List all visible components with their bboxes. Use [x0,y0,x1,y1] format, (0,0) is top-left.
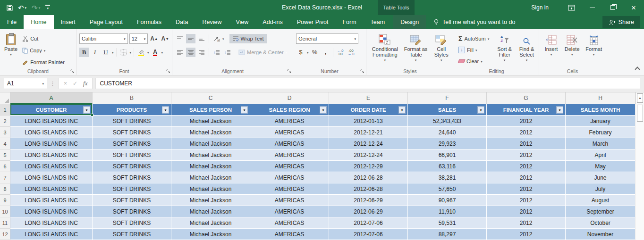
scrollbar-thumb[interactable] [637,105,643,122]
cell-E12[interactable]: 2012-07-06 [329,229,408,240]
sort-filter-button[interactable]: AZ Sort & Filter ▾ [494,32,515,67]
font-dialog-launcher[interactable] [166,69,170,74]
cell-G4[interactable]: 2012 [487,138,566,149]
clipboard-dialog-launcher[interactable] [70,69,75,74]
row-header-3[interactable]: 3 [0,127,10,138]
cell-G7[interactable]: 2012 [487,172,566,183]
cell-E10[interactable]: 2012-06-29 [329,206,408,217]
cell-C2[interactable]: Michael Jackson [171,116,250,127]
table-header-cell-F1[interactable]: SALES▾ [408,104,487,116]
cell-C4[interactable]: Michael Jackson [171,138,250,149]
font-name-combobox[interactable]: Calibri▾ [79,33,128,44]
paste-button[interactable]: Paste ▾ [3,32,19,67]
cell-G11[interactable]: 2012 [487,217,566,229]
align-left-button[interactable] [175,48,185,57]
clear-button[interactable]: Clear ▾ [457,56,491,66]
filter-button[interactable]: ▾ [320,106,327,113]
table-header-cell-E1[interactable]: ORDER DATE▾ [329,104,408,116]
conditional-formatting-button[interactable]: ≠ Conditional Formatting ▾ [369,32,401,67]
filter-button[interactable]: ▾ [162,106,169,113]
cell-F10[interactable]: 11,910 [408,206,487,217]
tab-power-pivot[interactable]: Power Pivot [290,15,336,29]
vertical-scrollbar[interactable]: ▲ [636,92,644,240]
cell-B11[interactable]: SOFT DRINKS [93,217,171,229]
cell-A4[interactable]: LONG ISLANDS INC [10,138,93,149]
cell-C6[interactable]: Michael Jackson [171,161,250,172]
wrap-text-button[interactable]: Wrap Text [229,34,267,43]
cell-D8[interactable]: AMERICAS [250,183,329,195]
cell-B9[interactable]: SOFT DRINKS [93,195,171,206]
cell-E4[interactable]: 2012-12-24 [329,138,408,149]
cell-F9[interactable]: 90,967 [408,195,487,206]
tab-insert[interactable]: Insert [54,15,83,29]
bold-button[interactable]: B [79,48,89,57]
minimize-button[interactable] [582,0,602,15]
cell-F12[interactable]: 88,297 [408,229,487,240]
insert-cells-button[interactable]: Insert ▾ [542,32,560,67]
merge-center-button[interactable]: Merge & Center ▾ [237,47,288,58]
format-painter-button[interactable]: Format Painter [21,57,66,67]
collapse-ribbon-button[interactable] [635,66,640,72]
name-box[interactable]: A1 ▾ [4,78,47,89]
cell-F11[interactable]: 59,531 [408,217,487,229]
delete-cells-button[interactable]: Delete ▾ [562,32,582,67]
cell-F8[interactable]: 57,650 [408,183,487,195]
cell-E5[interactable]: 2012-12-24 [329,149,408,161]
italic-button[interactable]: I [90,48,100,57]
cell-C10[interactable]: Michael Jackson [171,206,250,217]
cell-E9[interactable]: 2012-06-29 [329,195,408,206]
undo-button[interactable]: ↶▾ [18,4,26,11]
tell-me-box[interactable]: Tell me what you want to do [426,15,523,29]
cell-H11[interactable]: October [566,217,636,229]
row-header-6[interactable]: 6 [0,161,10,172]
filter-button[interactable]: ▾ [398,106,406,113]
row-header-2[interactable]: 2 [0,116,10,127]
cell-B2[interactable]: SOFT DRINKS [93,116,171,127]
row-header-4[interactable]: 4 [0,138,10,149]
align-middle-button[interactable] [186,34,195,43]
cell-H12[interactable]: November [566,229,636,240]
cell-A12[interactable]: LONG ISLANDS INC [10,229,93,240]
underline-button[interactable]: U [101,48,110,57]
increase-indent-button[interactable] [222,48,232,57]
table-header-cell-B1[interactable]: PRODUCTS▾ [93,104,171,116]
row-header-1[interactable]: 1 [0,104,10,116]
copy-button[interactable]: Copy ▾ [21,45,66,56]
cell-G8[interactable]: 2012 [487,183,566,195]
cell-A7[interactable]: LONG ISLANDS INC [10,172,93,183]
cell-F2[interactable]: 52,343,433 [408,116,487,127]
find-select-button[interactable]: Find & Select ▾ [517,32,537,67]
cell-E6[interactable]: 2012-12-29 [329,161,408,172]
format-cells-button[interactable]: Format ▾ [584,32,604,67]
percent-style-button[interactable]: % [310,48,320,57]
cell-styles-button[interactable]: Cell Styles ▾ [431,32,452,67]
filter-button[interactable]: ▾ [556,106,563,113]
cell-A6[interactable]: LONG ISLANDS INC [10,161,93,172]
cell-C8[interactable]: Michael Jackson [171,183,250,195]
increase-decimal-button[interactable]: ←.0.00 [336,48,345,57]
tab-home[interactable]: Home [24,15,53,29]
decrease-font-size-button[interactable]: A▼ [161,34,170,43]
tab-file[interactable]: File [0,15,24,29]
alignment-dialog-launcher[interactable] [287,69,291,74]
cell-G12[interactable]: 2012 [487,229,566,240]
cancel-entry-icon[interactable]: × [64,80,67,87]
table-header-cell-G1[interactable]: FINANCIAL YEAR▾ [487,104,566,116]
cell-D5[interactable]: AMERICAS [250,149,329,161]
cell-G10[interactable]: 2012 [487,206,566,217]
cell-C12[interactable]: Michael Jackson [171,229,250,240]
cell-B5[interactable]: SOFT DRINKS [93,149,171,161]
cell-A5[interactable]: LONG ISLANDS INC [10,149,93,161]
save-button[interactable] [7,5,13,11]
fill-handle[interactable] [91,114,93,116]
cell-G3[interactable]: 2012 [487,127,566,138]
column-header-F[interactable]: F [408,92,487,104]
cell-D2[interactable]: AMERICAS [250,116,329,127]
ribbon-display-options-button[interactable] [561,0,582,15]
cell-B4[interactable]: SOFT DRINKS [93,138,171,149]
align-top-button[interactable] [175,34,185,43]
number-format-combobox[interactable]: General▾ [296,33,358,44]
cut-button[interactable]: Cut [21,33,66,44]
cell-B12[interactable]: SOFT DRINKS [93,229,171,240]
cell-H10[interactable]: September [566,206,636,217]
